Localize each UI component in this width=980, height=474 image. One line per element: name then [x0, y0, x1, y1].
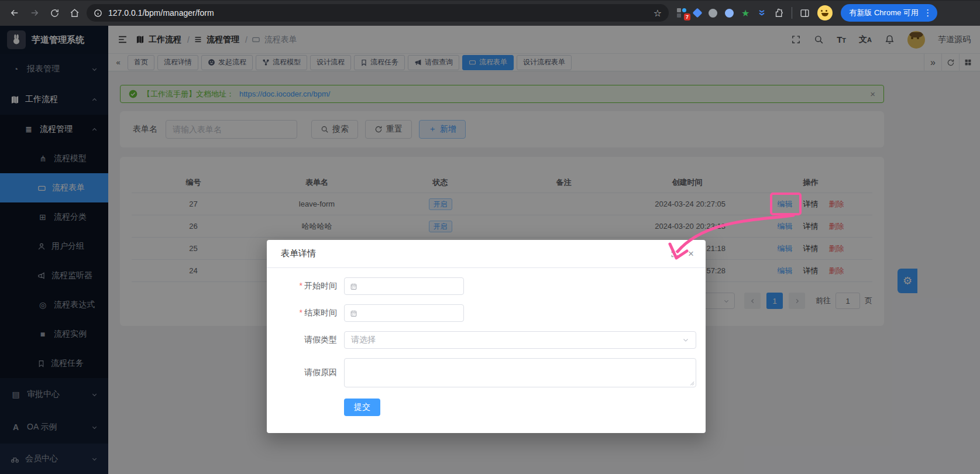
side-panel-icon[interactable] [800, 8, 810, 18]
forward-icon[interactable] [25, 3, 44, 23]
extensions-puzzle-icon[interactable] [774, 8, 784, 18]
start-time-input[interactable] [344, 277, 464, 295]
resize-grip-icon[interactable] [689, 380, 694, 386]
leave-reason-field: 请假原因 [267, 358, 696, 387]
extension-chevrons-icon[interactable] [757, 8, 766, 18]
calendar-icon [350, 310, 357, 317]
chrome-update-button[interactable]: 有新版 Chrome 可用 ⋮ [841, 4, 937, 22]
dialog-title: 表单详情 [281, 248, 316, 259]
extension-circle-gray-icon[interactable] [709, 9, 717, 18]
required-asterisk: * [300, 308, 302, 317]
leave-reason-textarea[interactable] [344, 358, 696, 387]
home-icon[interactable] [64, 3, 84, 23]
browser-toolbar: 127.0.0.1/bpm/manager/form ☆ 7 ★ 有新版 Chr… [0, 0, 980, 26]
leave-type-select[interactable]: 请选择 [344, 331, 696, 349]
back-icon[interactable] [5, 3, 25, 23]
extensions-row: 7 ★ [677, 5, 833, 20]
extension-badge: 7 [684, 13, 690, 20]
extension-kite-icon[interactable] [693, 8, 703, 18]
bookmark-star-icon[interactable]: ☆ [654, 8, 662, 19]
submit-button[interactable]: 提交 [344, 399, 380, 416]
info-icon[interactable] [94, 9, 102, 18]
address-bar[interactable]: 127.0.0.1/bpm/manager/form ☆ [87, 4, 669, 22]
kebab-menu-icon[interactable]: ⋮ [923, 8, 933, 18]
close-icon[interactable]: × [688, 248, 694, 260]
chrome-update-label: 有新版 Chrome 可用 [849, 8, 918, 18]
page: 127.0.0.1/bpm/manager/form ☆ 7 ★ 有新版 Chr… [0, 0, 980, 474]
select-placeholder: 请选择 [351, 335, 376, 345]
extension-grid-icon[interactable]: 7 [677, 8, 686, 18]
extension-circle-blue-icon[interactable] [725, 9, 734, 18]
leave-type-field: 请假类型 请选择 [267, 331, 696, 349]
reload-icon[interactable] [44, 3, 64, 23]
end-time-input[interactable] [344, 304, 464, 322]
form-detail-dialog: 表单详情 × *开始时间 *结束时间 请假类型 请选择 [267, 240, 706, 433]
end-time-field: *结束时间 [267, 304, 464, 322]
profile-avatar[interactable] [817, 5, 833, 20]
toolbar-divider [792, 7, 792, 19]
dialog-fullscreen-icon[interactable] [670, 250, 679, 258]
calendar-icon [350, 283, 357, 290]
required-asterisk: * [300, 281, 302, 290]
dialog-header: 表单详情 × [267, 240, 706, 268]
chevron-down-icon [682, 336, 689, 344]
extension-star-icon[interactable]: ★ [741, 8, 749, 19]
start-time-field: *开始时间 [267, 277, 464, 295]
url-text[interactable]: 127.0.0.1/bpm/manager/form [108, 8, 648, 18]
